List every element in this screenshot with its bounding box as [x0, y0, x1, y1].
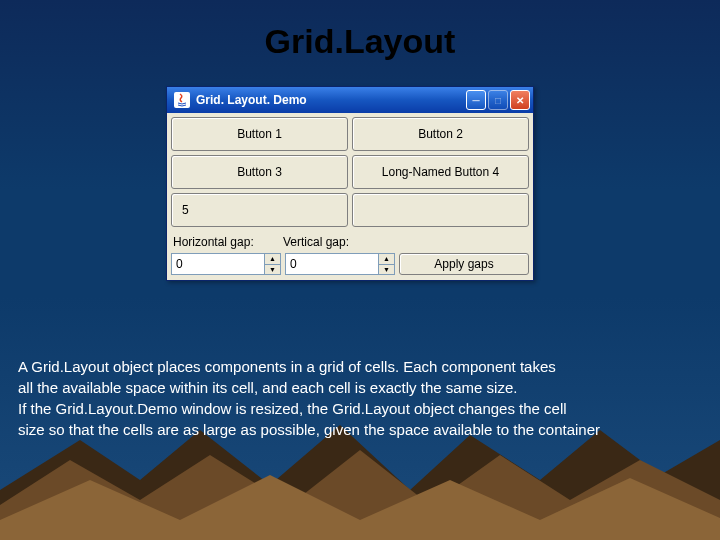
desc-line-1: A Grid.Layout object places components i… [18, 356, 720, 377]
description-text: A Grid.Layout object places components i… [18, 356, 720, 440]
hgap-spinner[interactable]: 0 ▲ ▼ [171, 253, 281, 275]
button-1[interactable]: Button 1 [171, 117, 348, 151]
svg-marker-2 [0, 475, 720, 540]
close-button[interactable]: ✕ [510, 90, 530, 110]
maximize-button[interactable]: □ [488, 90, 508, 110]
button-grid: Button 1 Button 2 Button 3 Long-Named Bu… [167, 113, 533, 231]
vgap-label: Vertical gap: [283, 235, 527, 249]
button-3[interactable]: Button 3 [171, 155, 348, 189]
button-empty[interactable] [352, 193, 529, 227]
hgap-down-icon[interactable]: ▼ [264, 265, 280, 275]
button-5[interactable]: 5 [171, 193, 348, 227]
slide-title: Grid.Layout [0, 0, 720, 61]
hgap-label: Horizontal gap: [173, 235, 283, 249]
desc-line-4: size so that the cells are as large as p… [18, 419, 720, 440]
titlebar: Grid. Layout. Demo ─ □ ✕ [167, 87, 533, 113]
apply-gaps-button[interactable]: Apply gaps [399, 253, 529, 275]
hgap-up-icon[interactable]: ▲ [264, 254, 280, 265]
vgap-down-icon[interactable]: ▼ [378, 265, 394, 275]
desc-line-3: If the Grid.Layout.Demo window is resize… [18, 398, 720, 419]
vgap-spinner[interactable]: 0 ▲ ▼ [285, 253, 395, 275]
minimize-button[interactable]: ─ [466, 90, 486, 110]
hgap-value: 0 [176, 257, 183, 271]
svg-marker-1 [0, 450, 720, 540]
desc-line-2: all the available space within its cell,… [18, 377, 720, 398]
vgap-value: 0 [290, 257, 297, 271]
java-icon [174, 92, 190, 108]
button-2[interactable]: Button 2 [352, 117, 529, 151]
gap-controls-row: 0 ▲ ▼ 0 ▲ ▼ Apply gaps [167, 251, 533, 280]
window-title: Grid. Layout. Demo [194, 93, 466, 107]
demo-window: Grid. Layout. Demo ─ □ ✕ Button 1 Button… [166, 86, 534, 281]
svg-marker-0 [0, 425, 720, 540]
gap-labels-row: Horizontal gap: Vertical gap: [167, 231, 533, 251]
button-4[interactable]: Long-Named Button 4 [352, 155, 529, 189]
vgap-up-icon[interactable]: ▲ [378, 254, 394, 265]
